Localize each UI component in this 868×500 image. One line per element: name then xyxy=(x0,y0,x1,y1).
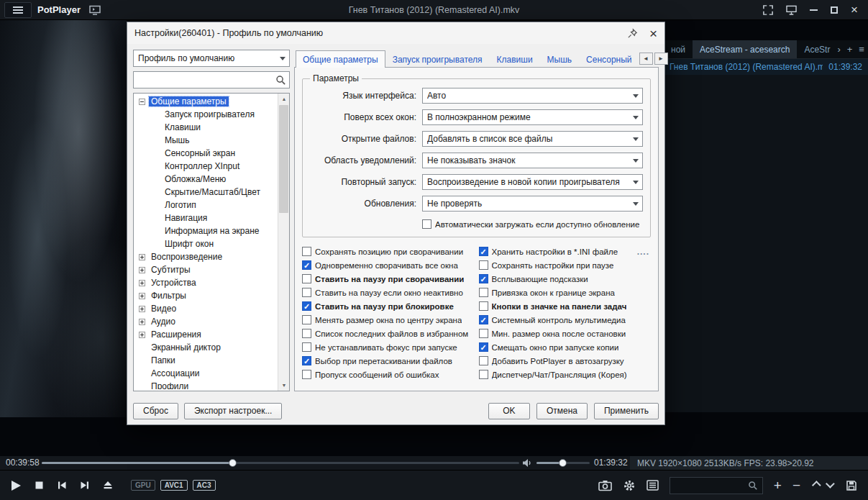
tree-item[interactable]: Обложка/Меню xyxy=(134,173,277,186)
playlist-item[interactable]: Гнев Титанов (2012) (Remastered AI).mkv … xyxy=(664,59,868,75)
scroll-up-icon[interactable]: ▲ xyxy=(278,94,290,104)
tree-item[interactable]: Воспроизведение xyxy=(134,250,277,263)
tree-item[interactable]: Расширения xyxy=(134,328,277,341)
tree-expander-icon[interactable] xyxy=(139,254,145,260)
option-checkbox[interactable]: Сохранять настройки при паузе .... xyxy=(479,258,652,272)
reset-button[interactable]: Сброс xyxy=(133,403,178,419)
settings-tab[interactable]: Клавиши xyxy=(490,52,540,67)
option-checkbox[interactable]: Хранить настройки в *.INI файле .... xyxy=(479,245,652,258)
minimize-button[interactable] xyxy=(810,9,818,11)
tree-item[interactable]: Ассоциации xyxy=(134,367,277,380)
option-checkbox[interactable]: Привязка окон к границе экрана .... xyxy=(479,286,652,299)
apply-button[interactable]: Применить xyxy=(594,403,659,419)
settings-tab[interactable]: Запуск проигрывателя xyxy=(385,52,490,67)
dialog-titlebar[interactable]: Настройки(260401) - Профиль по умолчанию… xyxy=(127,22,664,44)
scroll-down-icon[interactable]: ▼ xyxy=(278,380,290,391)
option-checkbox[interactable]: Менять размер окна по центру экрана .... xyxy=(302,313,475,327)
add-tab-icon[interactable]: + xyxy=(847,44,853,55)
stop-button[interactable] xyxy=(34,480,45,491)
option-checkbox[interactable]: Ставить на паузу при блокировке .... xyxy=(302,299,475,313)
tree-item[interactable]: Информация на экране xyxy=(134,224,277,237)
volume-handle[interactable] xyxy=(559,459,567,467)
playlist-toggle-button[interactable] xyxy=(647,480,659,491)
settings-tab[interactable]: Сенсорный xyxy=(579,52,639,67)
tab-scroll-right-button[interactable]: ► xyxy=(654,53,668,65)
scrollbar-thumb[interactable] xyxy=(279,105,288,213)
tree-expander-icon[interactable] xyxy=(139,306,145,312)
option-checkbox[interactable]: Ставить на паузу при сворачивании .... xyxy=(302,272,475,286)
tree-item[interactable]: Контроллер XInput xyxy=(134,160,277,173)
tree-item[interactable]: Видео xyxy=(134,302,277,315)
tree-item[interactable]: Логотип xyxy=(134,199,277,212)
tree-expander-icon[interactable] xyxy=(139,319,145,325)
tree-item[interactable]: Аудио xyxy=(134,315,277,328)
tree-item[interactable]: Навигация xyxy=(134,212,277,224)
ok-button[interactable]: OK xyxy=(488,403,530,419)
option-checkbox[interactable]: Всплывающие подсказки .... xyxy=(479,272,652,286)
fullscreen-button[interactable] xyxy=(763,5,773,15)
option-checkbox[interactable]: Выбор при перетаскивании файлов .... xyxy=(302,354,475,368)
tree-expander-icon[interactable] xyxy=(139,332,145,338)
playlist-tab[interactable]: AceStr xyxy=(797,40,837,58)
tree-scrollbar[interactable]: ▲ ▼ xyxy=(278,94,289,391)
tree-item[interactable]: Папки xyxy=(134,354,277,367)
export-settings-button[interactable]: Экспорт настроек... xyxy=(184,403,283,419)
param-dropdown[interactable]: Не показывать значок xyxy=(422,153,643,168)
volume-slider[interactable] xyxy=(536,462,590,464)
remove-button[interactable]: − xyxy=(792,478,800,492)
tree-expander-icon[interactable] xyxy=(139,280,145,286)
main-menu-button[interactable] xyxy=(4,2,32,18)
next-button[interactable] xyxy=(79,480,91,491)
option-checkbox[interactable]: Список последних файлов в избранном .... xyxy=(302,327,475,340)
screenshot-button[interactable] xyxy=(598,480,612,491)
option-checkbox[interactable]: Добавить PotPlayer в автозагрузку .... xyxy=(479,354,652,368)
chevron-up-button[interactable] xyxy=(812,481,821,490)
option-checkbox[interactable]: Не устанавливать фокус при запуске .... xyxy=(302,340,475,354)
pin-icon[interactable] xyxy=(627,28,638,39)
option-checkbox[interactable]: Сохранять позицию при сворачивании .... xyxy=(302,245,475,258)
tab-scroll-left-button[interactable]: ◄ xyxy=(639,53,653,65)
tree-item[interactable]: Общие параметры xyxy=(134,95,277,108)
tab-menu-icon[interactable]: ≡ xyxy=(859,44,864,55)
playlist-search-input[interactable] xyxy=(675,481,744,491)
previous-button[interactable] xyxy=(56,480,68,491)
tree-expander-icon[interactable] xyxy=(139,267,145,273)
play-button[interactable] xyxy=(9,479,22,492)
tree-item[interactable]: Субтитры xyxy=(134,263,277,276)
option-checkbox[interactable]: Диспетчер/Чат/Трансляция (Корея) .... xyxy=(479,368,652,381)
settings-tab[interactable]: Мышь xyxy=(540,52,580,67)
tree-item[interactable]: Профили xyxy=(134,380,277,389)
tree-item[interactable]: Экранный диктор xyxy=(134,341,277,354)
chevron-right-icon[interactable]: › xyxy=(837,44,840,55)
param-dropdown[interactable]: Воспроизведение в новой копии проигрыват… xyxy=(422,174,643,190)
option-checkbox[interactable]: Кнопки в значке на панели задач .... xyxy=(479,299,652,313)
tree-item[interactable]: Фильтры xyxy=(134,289,277,302)
tree-item[interactable]: Запуск проигрывателя xyxy=(134,108,277,121)
add-button[interactable]: + xyxy=(774,478,782,492)
auto-update-checkbox[interactable]: Автоматически загружать если доступно об… xyxy=(422,217,643,231)
option-checkbox[interactable]: Ставить на паузу если окно неактивно ...… xyxy=(302,286,475,299)
tree-item[interactable]: Клавиши xyxy=(134,121,277,134)
volume-icon[interactable] xyxy=(522,458,532,470)
param-dropdown[interactable]: Не проверять xyxy=(422,196,643,212)
close-button[interactable]: × xyxy=(851,4,858,16)
param-dropdown[interactable]: Добавлять в список все файлы xyxy=(422,131,643,147)
option-checkbox[interactable]: Пропуск сообщений об ошибках .... xyxy=(302,368,475,381)
dialog-close-button[interactable]: × xyxy=(649,27,657,40)
more-options-button[interactable]: .... xyxy=(637,247,651,257)
save-button[interactable] xyxy=(846,480,857,491)
settings-search[interactable] xyxy=(133,71,290,88)
tree-item[interactable]: Устройства xyxy=(134,276,277,289)
option-checkbox[interactable]: Системный контроль мультимедиа .... xyxy=(479,313,652,327)
tree-item[interactable]: Мышь xyxy=(134,134,277,147)
tree-item[interactable]: Скрытие/Масштаб/Цвет xyxy=(134,186,277,199)
option-checkbox[interactable]: Одновременно сворачивать все окна .... xyxy=(302,258,475,272)
seek-handle[interactable] xyxy=(229,459,237,467)
settings-search-input[interactable] xyxy=(137,75,275,85)
desktop-mode-button[interactable] xyxy=(786,5,797,15)
option-checkbox[interactable]: Смещать окно при запуске копии .... xyxy=(479,340,652,354)
option-checkbox[interactable]: Мин. размер окна после остановки .... xyxy=(479,327,652,340)
playlist-tab[interactable]: AceStream - acesearch xyxy=(693,40,797,58)
tree-item[interactable]: Сенсорный экран xyxy=(134,147,277,160)
tree-item[interactable]: Шрифт окон xyxy=(134,237,277,250)
